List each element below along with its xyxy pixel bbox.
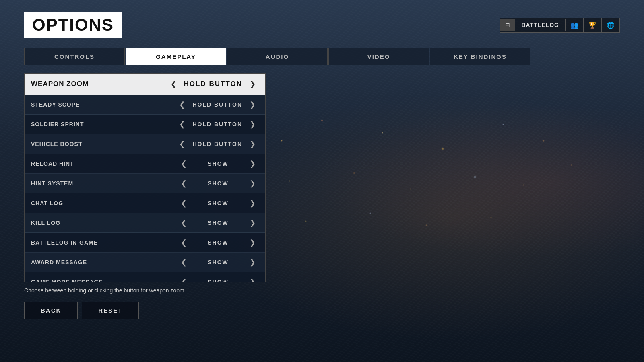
arrow-right-button[interactable]: ❯ <box>246 218 259 228</box>
setting-name: RELOAD HINT <box>31 160 178 167</box>
setting-control: ❮ SHOW ❯ <box>178 218 259 228</box>
tab-video[interactable]: VIDEO <box>328 48 429 65</box>
setting-name: CHAT LOG <box>31 200 178 206</box>
setting-control: ❮ HOLD BUTTON ❯ <box>176 99 259 110</box>
arrow-left-button[interactable]: ❮ <box>176 99 188 110</box>
setting-value: SHOW <box>194 239 242 246</box>
battlelog-label: BATTLELOG <box>515 19 566 31</box>
setting-name: STEADY SCOPE <box>31 101 176 108</box>
page-title: OPTIONS <box>32 15 114 34</box>
reset-button[interactable]: RESET <box>82 302 139 319</box>
setting-name: WEAPON ZOOM <box>31 80 167 88</box>
arrow-right-button[interactable]: ❯ <box>246 99 259 110</box>
tab-key-bindings[interactable]: KEY BINDINGS <box>430 48 530 65</box>
battlelog-back-button[interactable]: ⊟ <box>500 19 515 31</box>
setting-control: ❮ SHOW ❯ <box>178 257 259 267</box>
setting-name: KILL LOG <box>31 220 178 226</box>
setting-value: HOLD BUTTON <box>192 101 242 108</box>
table-row: WEAPON ZOOM ❮ HOLD BUTTON ❯ <box>25 74 265 95</box>
arrow-left-button[interactable]: ❮ <box>178 158 190 169</box>
tab-gameplay[interactable]: GAMEPLAY <box>126 48 226 65</box>
arrow-left-button[interactable]: ❮ <box>176 139 188 149</box>
setting-value: SHOW <box>194 160 242 167</box>
arrow-left-button[interactable]: ❮ <box>167 79 180 89</box>
trophy-icon: 🏆 <box>584 18 602 32</box>
setting-name: HINT SYSTEM <box>31 180 178 187</box>
setting-value: SHOW <box>194 220 242 226</box>
setting-control: ❮ HOLD BUTTON ❯ <box>176 139 259 149</box>
arrow-right-button[interactable]: ❯ <box>246 119 259 130</box>
settings-panel: WEAPON ZOOM ❮ HOLD BUTTON ❯ STEADY SCOPE… <box>24 73 266 319</box>
settings-list[interactable]: WEAPON ZOOM ❮ HOLD BUTTON ❯ STEADY SCOPE… <box>24 73 266 282</box>
arrow-left-button[interactable]: ❮ <box>178 198 190 208</box>
tab-audio[interactable]: AUDIO <box>227 48 328 65</box>
setting-value: HOLD BUTTON <box>184 80 242 88</box>
table-row: AWARD MESSAGE ❮ SHOW ❯ <box>25 253 265 272</box>
table-row: STEADY SCOPE ❮ HOLD BUTTON ❯ <box>25 95 265 115</box>
arrow-left-button[interactable]: ❮ <box>178 218 190 228</box>
description-text: Choose between holding or clicking the b… <box>24 287 266 294</box>
table-row: VEHICLE BOOST ❮ HOLD BUTTON ❯ <box>25 134 265 154</box>
header: OPTIONS ⊟ BATTLELOG 👥 🏆 🌐 <box>24 12 620 38</box>
nav-tabs: CONTROLS GAMEPLAY AUDIO VIDEO KEY BINDIN… <box>24 48 620 65</box>
setting-name: BATTLELOG IN-GAME <box>31 239 178 246</box>
setting-control: ❮ HOLD BUTTON ❯ <box>176 119 259 130</box>
people-icon: 👥 <box>566 18 584 32</box>
setting-value: SHOW <box>194 200 242 206</box>
setting-name: GAME MODE MESSAGE <box>31 279 178 282</box>
setting-control: ❮ SHOW ❯ <box>178 198 259 208</box>
arrow-right-button[interactable]: ❯ <box>246 178 259 189</box>
arrow-left-button[interactable]: ❮ <box>178 257 190 267</box>
setting-name: AWARD MESSAGE <box>31 259 178 265</box>
table-row: SOLDIER SPRINT ❮ HOLD BUTTON ❯ <box>25 115 265 134</box>
bottom-buttons: BACK RESET <box>24 302 266 319</box>
tab-controls[interactable]: CONTROLS <box>24 48 125 65</box>
setting-value: SHOW <box>194 180 242 187</box>
table-row: CHAT LOG ❮ SHOW ❯ <box>25 193 265 213</box>
main-area: WEAPON ZOOM ❮ HOLD BUTTON ❯ STEADY SCOPE… <box>24 73 620 319</box>
setting-control: ❮ SHOW ❯ <box>178 237 259 248</box>
arrow-left-button[interactable]: ❮ <box>178 178 190 189</box>
setting-control: ❮ SHOW ❯ <box>178 277 259 282</box>
setting-value: SHOW <box>194 279 242 282</box>
setting-control: ❮ HOLD BUTTON ❯ <box>167 79 259 89</box>
title-box: OPTIONS <box>24 12 122 38</box>
arrow-left-button[interactable]: ❮ <box>178 237 190 248</box>
table-row: RELOAD HINT ❮ SHOW ❯ <box>25 154 265 174</box>
arrow-right-button[interactable]: ❯ <box>246 158 259 169</box>
arrow-left-button[interactable]: ❮ <box>176 119 188 130</box>
setting-value: HOLD BUTTON <box>192 121 242 128</box>
arrow-right-button[interactable]: ❯ <box>246 257 259 267</box>
battlelog-header: ⊟ BATTLELOG 👥 🏆 🌐 <box>500 18 620 33</box>
arrow-right-button[interactable]: ❯ <box>246 79 259 89</box>
table-row: KILL LOG ❮ SHOW ❯ <box>25 213 265 233</box>
arrow-right-button[interactable]: ❯ <box>246 139 259 149</box>
setting-control: ❮ SHOW ❯ <box>178 178 259 189</box>
back-button[interactable]: BACK <box>24 302 78 319</box>
setting-value: HOLD BUTTON <box>192 141 242 147</box>
arrow-right-button[interactable]: ❯ <box>246 198 259 208</box>
globe-icon: 🌐 <box>602 18 619 32</box>
setting-name: VEHICLE BOOST <box>31 141 176 147</box>
arrow-left-button[interactable]: ❮ <box>178 277 190 282</box>
setting-control: ❮ SHOW ❯ <box>178 158 259 169</box>
table-row: GAME MODE MESSAGE ❮ SHOW ❯ <box>25 272 265 282</box>
setting-name: SOLDIER SPRINT <box>31 121 176 128</box>
arrow-right-button[interactable]: ❯ <box>246 277 259 282</box>
table-row: HINT SYSTEM ❮ SHOW ❯ <box>25 174 265 193</box>
table-row: BATTLELOG IN-GAME ❮ SHOW ❯ <box>25 233 265 253</box>
arrow-right-button[interactable]: ❯ <box>246 237 259 248</box>
setting-value: SHOW <box>194 259 242 265</box>
